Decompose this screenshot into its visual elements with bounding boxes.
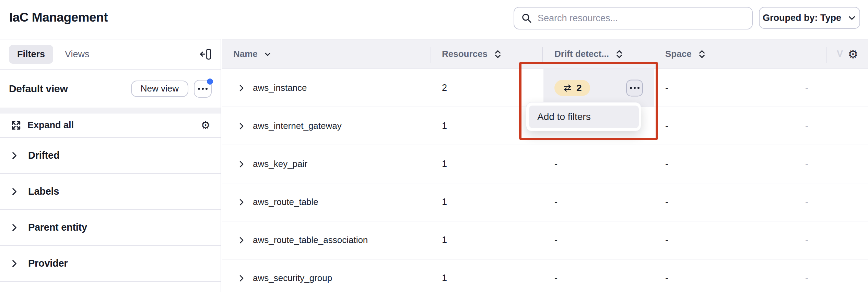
expand-all-label[interactable]: Expand all — [27, 120, 74, 131]
sort-icon — [494, 49, 502, 59]
table-row[interactable]: aws_route_table 1 - - - — [222, 183, 868, 221]
resource-name[interactable]: aws_security_group — [253, 259, 332, 292]
resources-count: 1 — [442, 259, 447, 292]
drift-badge[interactable]: 2 — [554, 80, 590, 96]
chevron-right-icon — [10, 259, 19, 268]
tab-filters[interactable]: Filters — [9, 45, 53, 64]
more-horizontal-icon — [630, 87, 640, 89]
grouped-by-dropdown[interactable]: Grouped by: Type — [759, 7, 860, 29]
row-more-button[interactable] — [626, 80, 643, 96]
drift-cell: - — [554, 183, 558, 221]
drift-arrows-icon — [563, 84, 572, 92]
menu-item-add-to-filters[interactable]: Add to filters — [529, 106, 639, 128]
column-header-name[interactable]: Name — [233, 39, 271, 69]
table-header: Name Resources Drift detect... — [222, 39, 868, 69]
search-input[interactable] — [538, 13, 745, 24]
expand-all-icon[interactable] — [10, 120, 22, 131]
space-cell: - — [665, 183, 668, 221]
chevron-right-icon — [10, 151, 19, 160]
sidebar-item-labels[interactable]: Labels — [0, 174, 221, 210]
extra-cell: - — [805, 107, 808, 145]
drift-count: 2 — [576, 83, 582, 94]
table-row[interactable]: aws_key_pair 1 - - - — [222, 145, 868, 183]
table-row[interactable]: aws_instance 2 2 - - — [222, 69, 868, 107]
truncated-column-letter: V — [837, 49, 843, 59]
space-cell: - — [665, 69, 668, 107]
view-header-row: Default view New view — [0, 70, 221, 108]
extra-cell: - — [805, 145, 808, 183]
section-label: Labels — [28, 186, 59, 197]
table-header-controls: V ⚙ — [837, 39, 858, 69]
extra-cell: - — [805, 69, 808, 107]
drift-cell: - — [554, 259, 558, 292]
column-header-space[interactable]: Space — [665, 39, 706, 69]
filters-sidebar: Filters Views Default view New view — [0, 39, 221, 292]
more-horizontal-icon — [198, 88, 208, 90]
table-settings-gear-icon[interactable]: ⚙ — [848, 48, 858, 60]
resource-name[interactable]: aws_route_table — [253, 183, 318, 221]
sidebar-item-parent-entity[interactable]: Parent entity — [0, 210, 221, 246]
sidebar-item-provider[interactable]: Provider — [0, 246, 221, 282]
chevron-down-icon — [264, 50, 271, 58]
resource-name[interactable]: aws_internet_gateway — [253, 107, 342, 145]
table-row[interactable]: aws_security_group 1 - - - — [222, 259, 868, 292]
view-title: Default view — [9, 83, 68, 95]
grouped-by-label: Grouped by: Type — [763, 13, 841, 23]
resources-table: Name Resources Drift detect... — [222, 39, 868, 292]
section-label: Drifted — [28, 150, 59, 161]
search-box[interactable] — [514, 7, 753, 29]
resources-count: 1 — [442, 107, 447, 145]
column-header-resources[interactable]: Resources — [442, 39, 502, 69]
context-menu: Add to filters — [526, 102, 641, 131]
space-cell: - — [665, 259, 668, 292]
search-icon — [521, 13, 532, 24]
iac-management-page: IaC Management Grouped by: Type Filters … — [0, 0, 868, 292]
notification-dot — [207, 78, 213, 85]
column-separator — [542, 47, 543, 63]
view-more-button[interactable] — [194, 80, 212, 98]
section-label: Parent entity — [28, 222, 87, 233]
space-cell: - — [665, 221, 668, 259]
resources-count: 1 — [442, 183, 447, 221]
chevron-right-icon — [10, 187, 19, 196]
extra-cell: - — [805, 221, 808, 259]
sidebar-item-drifted[interactable]: Drifted — [0, 138, 221, 174]
sort-icon — [615, 49, 623, 59]
row-expand-chevron-icon[interactable] — [237, 145, 245, 183]
row-expand-chevron-icon[interactable] — [237, 183, 245, 221]
space-cell: - — [665, 107, 668, 145]
extra-cell: - — [805, 183, 808, 221]
column-header-drift[interactable]: Drift detect... — [554, 39, 623, 69]
drift-cell: 2 — [554, 69, 590, 107]
sidebar-tabs: Filters Views — [0, 39, 221, 70]
resources-count: 2 — [442, 69, 447, 107]
resource-name[interactable]: aws_key_pair — [253, 145, 307, 183]
resource-name[interactable]: aws_instance — [253, 69, 307, 107]
chevron-right-icon — [10, 223, 19, 232]
row-expand-chevron-icon[interactable] — [237, 69, 245, 107]
topbar: IaC Management Grouped by: Type — [0, 0, 868, 39]
drift-cell: - — [554, 221, 558, 259]
collapse-sidebar-icon[interactable] — [199, 48, 212, 60]
sidebar-divider-band — [0, 108, 221, 113]
table-row[interactable]: aws_route_table_association 1 - - - — [222, 221, 868, 259]
row-expand-chevron-icon[interactable] — [237, 221, 245, 259]
chevron-down-icon — [847, 13, 856, 22]
resources-count: 1 — [442, 221, 447, 259]
sort-icon — [698, 49, 706, 59]
resources-count: 1 — [442, 145, 447, 183]
page-title: IaC Management — [9, 10, 108, 25]
row-expand-chevron-icon[interactable] — [237, 107, 245, 145]
sidebar-gear-icon[interactable]: ⚙ — [201, 120, 210, 131]
space-cell: - — [665, 145, 668, 183]
drift-cell: - — [554, 145, 558, 183]
column-separator — [826, 47, 826, 63]
section-label: Provider — [28, 258, 68, 269]
extra-cell: - — [805, 259, 808, 292]
row-expand-chevron-icon[interactable] — [237, 259, 245, 292]
tab-views[interactable]: Views — [65, 49, 90, 60]
resource-name[interactable]: aws_route_table_association — [253, 221, 368, 259]
expand-all-row: Expand all ⚙ — [0, 113, 221, 138]
column-separator — [431, 47, 431, 63]
new-view-button[interactable]: New view — [131, 81, 188, 97]
